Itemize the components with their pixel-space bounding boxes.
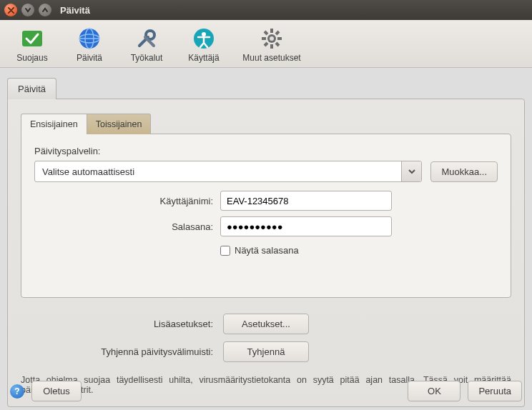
minimize-icon[interactable] <box>21 4 34 16</box>
svg-rect-0 <box>22 31 42 46</box>
server-select[interactable]: Valitse automaattisesti <box>34 161 422 182</box>
inner-panel: Päivityspalvelin: Valitse automaattisest… <box>21 134 511 298</box>
toolbar-item-protection[interactable]: Suojaus <box>7 26 57 64</box>
svg-point-8 <box>270 36 274 41</box>
advanced-label: Lisäasetukset: <box>21 319 223 329</box>
tab-primary[interactable]: Ensisijainen <box>21 114 87 134</box>
advanced-settings-button[interactable]: Asetukset... <box>223 314 309 334</box>
edit-server-button[interactable]: Muokkaa... <box>430 161 498 182</box>
help-icon[interactable]: ? <box>10 384 24 399</box>
clear-cache-button[interactable]: Tyhjennä <box>223 341 309 362</box>
username-field[interactable] <box>220 191 392 211</box>
toolbar-label: Muut asetukset <box>242 53 300 63</box>
password-label: Salasana: <box>34 221 220 232</box>
toolbar-item-update[interactable]: Päivitä <box>64 26 114 64</box>
maximize-icon[interactable] <box>39 4 51 16</box>
ok-button[interactable]: OK <box>408 381 460 401</box>
bottom-bar: ? Oletus OK Peruuta <box>10 381 522 401</box>
server-label: Päivityspalvelin: <box>34 146 498 156</box>
password-field[interactable] <box>220 216 392 236</box>
toolbar-item-other-settings[interactable]: Muut asetukset <box>236 26 307 64</box>
outer-tabbar: Päivitä <box>7 78 525 99</box>
close-icon[interactable] <box>4 4 17 16</box>
toolbar-item-user[interactable]: Käyttäjä <box>179 26 229 64</box>
defaults-button[interactable]: Oletus <box>31 381 82 401</box>
show-password-checkbox[interactable] <box>220 246 230 256</box>
toolbar-label: Työkalut <box>131 53 163 63</box>
toolbar-label: Suojaus <box>16 53 47 63</box>
toolbar-label: Käyttäjä <box>188 53 219 63</box>
window-title: Päivitä <box>60 5 90 16</box>
shield-check-icon <box>21 27 44 50</box>
dropdown-button[interactable] <box>401 161 421 181</box>
tab-secondary[interactable]: Toissijainen <box>87 114 152 134</box>
globe-icon <box>78 27 101 50</box>
chevron-down-icon <box>408 168 415 175</box>
tools-icon <box>135 27 158 50</box>
clear-cache-label: Tyhjennä päivitysvälimuisti: <box>21 346 223 357</box>
show-password-label: Näytä salasana <box>235 245 299 256</box>
tab-update[interactable]: Päivitä <box>7 78 56 99</box>
inner-tabbar: Ensisijainen Toissijainen <box>21 114 511 134</box>
user-accessibility-icon <box>192 27 215 50</box>
svg-point-6 <box>202 32 206 36</box>
outer-panel: Ensisijainen Toissijainen Päivityspalvel… <box>7 99 525 407</box>
toolbar: Suojaus Päivitä Työkalut Käyttäjä Muut a… <box>0 20 532 68</box>
titlebar: Päivitä <box>0 0 532 20</box>
server-selected-value: Valitse automaattisesti <box>35 166 401 177</box>
username-label: Käyttäjänimi: <box>34 196 220 206</box>
toolbar-label: Päivitä <box>77 53 102 63</box>
cancel-button[interactable]: Peruuta <box>468 381 522 401</box>
toolbar-item-tools[interactable]: Työkalut <box>122 26 172 64</box>
gear-icon <box>260 27 283 50</box>
